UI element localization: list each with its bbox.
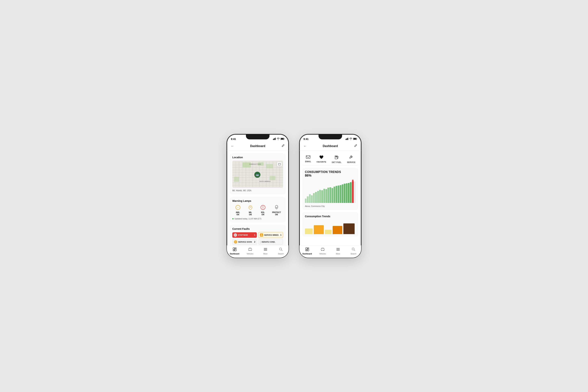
svg-rect-74: [335, 156, 337, 159]
nav2-more[interactable]: More: [330, 247, 346, 256]
phone-1-edit-button[interactable]: [280, 143, 285, 149]
bar-7: [319, 190, 321, 203]
nav-more-label: More: [263, 253, 268, 255]
fault-service-immed[interactable]: SERVICE IMMED. 1: [258, 232, 283, 238]
nav-vehicles-label: Vehicles: [247, 253, 253, 255]
fuel-icon: [334, 155, 339, 160]
awl-icon: !: [235, 204, 241, 211]
svg-rect-64: [264, 250, 267, 251]
search-icon: [279, 247, 283, 252]
nav2-dashboard-label: Dashboard: [302, 253, 312, 255]
svg-rect-5: [281, 138, 284, 140]
svg-rect-2: [274, 138, 275, 140]
fault-service-soon[interactable]: SERVICE SOON 2: [232, 239, 257, 245]
action-get-fuel[interactable]: GET FUEL: [332, 155, 341, 163]
svg-rect-77: [308, 248, 309, 249]
svg-line-66: [281, 250, 282, 251]
rsl-icon: [260, 204, 266, 211]
nav-vehicles[interactable]: Vehicles: [242, 247, 258, 256]
nav-search[interactable]: Search: [273, 247, 288, 256]
fault-stop-now[interactable]: STOP NOW 1: [232, 232, 257, 238]
phone-1-back-button[interactable]: ←: [230, 144, 235, 149]
svg-rect-33: [234, 177, 239, 182]
fault-derate[interactable]: | DERATE COND.: [258, 239, 283, 245]
svg-text:SOUTH LAWNDALE: SOUTH LAWNDALE: [259, 181, 270, 182]
bar-11: [328, 188, 329, 203]
action-service[interactable]: SERVICE: [347, 155, 356, 163]
phone-1-time: 9:41: [231, 138, 236, 140]
more-icon-2: [336, 247, 340, 252]
svg-text:🚌: 🚌: [256, 173, 259, 176]
phone-1: 9:41 ← Dashboard: [227, 134, 288, 258]
phone-2-back-button[interactable]: ←: [303, 144, 308, 149]
map-container: 🚌 HUMBOLDT PARK SOUTH LAWNDALE: [232, 160, 283, 188]
svg-rect-0: [273, 139, 274, 140]
phone-2-bottom-nav: Dashboard Vehicles More Search: [300, 245, 361, 258]
svg-rect-79: [306, 250, 307, 251]
phone-1-status-icons: [273, 138, 284, 140]
phone-2-edit-button[interactable]: [353, 143, 358, 149]
bar-20: [346, 183, 348, 203]
svg-rect-84: [336, 249, 340, 250]
consumption-bar-chart: [305, 180, 356, 204]
email-label: EMAIL: [305, 160, 311, 162]
svg-text:HUMBOLDT PARK: HUMBOLDT PARK: [249, 163, 261, 165]
h-bar-4: [343, 224, 355, 234]
nav-search-label: Search: [278, 253, 284, 255]
svg-line-87: [354, 250, 355, 251]
nav-dashboard[interactable]: Dashboard: [227, 247, 242, 256]
service-soon-count: 2: [254, 241, 255, 243]
battery-icon: [280, 138, 284, 140]
phone-1-bottom-nav: Dashboard Vehicles More Search: [227, 245, 288, 258]
map-svg: 🚌 HUMBOLDT PARK SOUTH LAWNDALE: [232, 160, 283, 188]
fuel-label: GET FUEL: [332, 161, 341, 163]
vehicles-icon: [248, 247, 252, 252]
warning-mil: MILON: [247, 204, 254, 216]
derate-label: DERATE COND.: [262, 241, 282, 243]
bar-19: [344, 184, 345, 203]
svg-rect-1: [274, 138, 274, 140]
faults-card: Current Faults STOP NOW 1 SERVICE IMMED.: [230, 225, 286, 245]
warning-awl: ! AWLON: [235, 204, 241, 216]
faults-title: Current Faults: [232, 228, 283, 230]
location-card: Location: [230, 153, 286, 194]
fault-row-1: STOP NOW 1 SERVICE IMMED. 1: [232, 232, 283, 238]
bar-18: [342, 184, 343, 203]
svg-rect-75: [336, 156, 337, 157]
nav2-dashboard[interactable]: Dashboard: [300, 247, 315, 256]
svg-rect-78: [308, 249, 309, 251]
action-email[interactable]: EMAIL: [305, 155, 311, 163]
svg-rect-34: [270, 176, 276, 180]
warning-protect: PROTECTON: [272, 204, 281, 216]
stop-now-count: 1: [254, 234, 255, 236]
svg-rect-55: [233, 248, 234, 250]
wifi-icon: [277, 138, 280, 140]
nav2-vehicles-label: Vehicles: [319, 253, 326, 255]
phone-2-status-icons: [346, 138, 357, 140]
signal-icon-2: [346, 138, 348, 140]
email-icon: [306, 155, 310, 160]
phone-1-nav-title: Dashboard: [250, 144, 265, 148]
warning-grid: ! AWLON MILON: [232, 204, 283, 216]
nav2-search[interactable]: Search: [346, 247, 361, 256]
nav-more[interactable]: More: [258, 247, 273, 256]
action-favorite[interactable]: FAVORITE: [317, 155, 326, 163]
svg-rect-57: [235, 249, 236, 251]
bar-9: [324, 189, 325, 203]
bar-5: [315, 192, 317, 203]
bar-3: [311, 195, 313, 203]
phone-1-notch: [246, 134, 270, 140]
service-icon: [349, 155, 353, 160]
updated-dot: [232, 218, 234, 220]
svg-point-44: [262, 208, 263, 209]
nav2-vehicles[interactable]: Vehicles: [315, 247, 330, 256]
bar-23: [352, 181, 354, 203]
bar-12: [330, 187, 331, 203]
svg-line-46: [276, 207, 277, 208]
nav-dashboard-label: Dashboard: [230, 253, 239, 255]
phone-2: 9:41 ← Dashboard: [300, 134, 361, 258]
map-expand-button[interactable]: [277, 162, 282, 166]
quick-actions: EMAIL FAVORITE GET FUEL: [302, 153, 358, 165]
bar-17: [340, 185, 341, 203]
favorite-icon: [319, 155, 324, 160]
